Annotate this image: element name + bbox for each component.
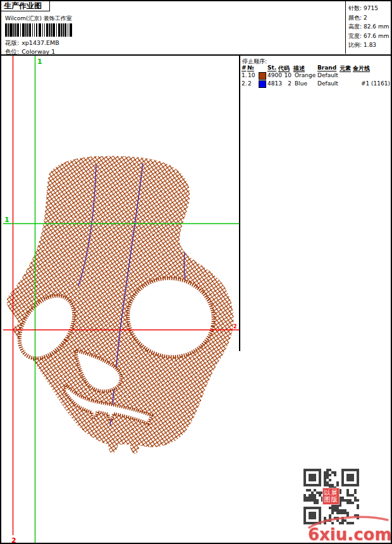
barcode-bar [56,23,57,37]
row-sequin: #1 (1161) [343,80,390,87]
start-marker-top: 1 [37,58,42,66]
barcode-bar [49,23,49,37]
barcode-bar [34,23,35,37]
barcode-bar [68,23,68,37]
row-brand: Default [317,72,338,78]
col-brand: Brand [317,65,336,71]
barcode-bar [46,23,48,37]
barcode-bar [29,23,31,37]
col-needle: № [247,65,254,71]
row-needle: 2 [248,80,252,87]
height-label: 高度: [348,23,362,30]
barcode-bar [52,23,55,37]
barcode-bar [8,23,8,37]
barcode-bar [5,23,7,37]
colors-value: 2 [364,15,367,21]
row-code: 10 [276,72,291,78]
barcode-bar [17,23,19,37]
table-divider [239,56,240,351]
start-marker-left: 1 [4,216,9,224]
row-code: 2 [276,80,291,87]
logo-text: 6xiu.com [308,525,392,544]
barcode-bar [20,23,21,37]
skull-mouth [64,385,152,424]
end-marker-bottom: 2 [11,536,16,544]
barcode [5,23,73,37]
barcode-bar [42,23,43,37]
col-sequin: 金片线 [353,65,370,73]
barcode-bar [64,23,66,37]
barcode-bar [58,23,60,37]
scale-label: 比例: [348,42,362,48]
barcode-bar [32,23,33,37]
barcode-bar [39,23,41,37]
barcode-bar [44,23,45,37]
skull-outline [7,156,233,454]
skull-nose [75,350,121,392]
col-element: 元素 [340,65,351,73]
barcode-bar [27,23,28,37]
row-description: Blue [295,80,307,87]
col-hash: # [242,65,247,71]
row-needle: 10 [248,72,255,78]
barcode-bar [15,23,16,37]
barcode-bar [51,23,51,37]
scale-value: 1.83 [364,42,376,48]
skull-left-eye [8,285,85,368]
travel-stitches [78,163,191,426]
qr-center-seal: 以展图版 [322,488,340,505]
stitches-label: 针数: [348,5,362,11]
design-file-line: 花版:xp1437.EMB [5,39,59,47]
design-file-label: 花版: [5,39,19,46]
barcode-bar [25,23,26,37]
registration-lines: 1 1 2 2 [3,56,239,544]
skull-right-eye [121,270,221,365]
width-value: 67.6 mm [364,33,389,39]
barcode-bar [70,23,72,37]
production-worksheet: 生产作业图 Wilcom(汇京) 装饰工作室 花版:xp1437.EMB 色位:… [0,0,392,544]
barcode-bar [22,23,25,37]
row-color-swatch [259,72,266,80]
studio-name: Wilcom(汇京) 装饰工作室 [5,15,72,23]
barcode-bar [63,23,63,37]
row-index: 1. [242,72,247,78]
skull-design [7,156,233,454]
row-brand: Default [317,80,338,87]
colors-label: 颜色: [348,15,362,21]
row-index: 2. [242,80,247,87]
site-logo: 6xiu.com [307,514,391,544]
barcode-bar [9,23,12,37]
width-label: 宽度: [348,33,362,39]
end-marker-right: 2 [233,324,237,330]
stitches-value: 9715 [364,5,378,11]
page-title: 生产作业图 [1,1,50,11]
design-stats-panel: 针数:9715 颜色:2 高度:82.6 mm 宽度:67.6 mm 比例:1.… [345,1,392,54]
barcode-bar [61,23,61,37]
col-st: St. [267,65,276,71]
header-divider [1,54,391,56]
design-file-value: xp1437.EMB [21,39,59,46]
row-color-swatch [259,80,266,88]
height-value: 82.6 mm [364,23,389,30]
row-description: Orange [295,72,315,78]
barcode-bar [36,23,38,37]
barcode-bar [13,23,14,37]
